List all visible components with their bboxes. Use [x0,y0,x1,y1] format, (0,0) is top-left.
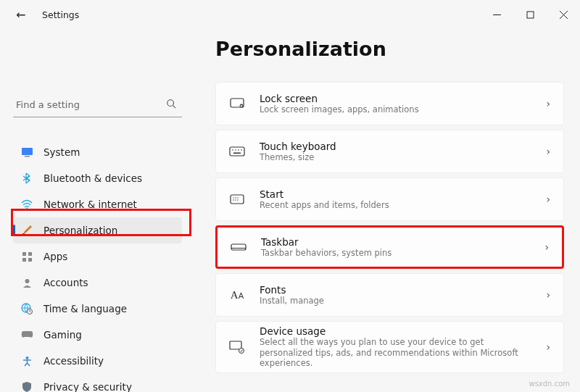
wifi-icon [20,198,33,211]
svg-rect-13 [28,258,32,262]
card-subtitle: Select all the ways you plan to use your… [260,337,535,370]
maximize-button[interactable] [513,0,547,29]
svg-rect-6 [22,148,33,155]
nav-label: Network & internet [44,199,137,210]
main-content: Personalization Lock screenLock screen i… [192,29,580,392]
card-touch-keyboard[interactable]: Touch keyboardThemes, size › [215,130,564,173]
card-title: Taskbar [261,236,392,248]
svg-rect-25 [233,153,241,154]
card-subtitle: Taskbar behaviors, system pins [261,248,392,259]
svg-point-8 [26,208,28,209]
nav-label: Apps [44,251,67,262]
svg-point-23 [238,149,239,151]
card-subtitle: Lock screen images, apps, animations [260,104,419,115]
apps-icon [20,250,33,263]
nav-label: Accessibility [44,355,104,367]
card-title: Fonts [260,284,324,296]
card-title: Start [260,188,389,200]
back-icon[interactable]: ← [16,8,29,22]
svg-line-5 [173,106,176,109]
search-input[interactable]: Find a setting [13,93,182,117]
svg-point-21 [232,149,233,151]
sidebar: Find a setting System Bluetooth & device… [0,29,192,392]
card-fonts[interactable]: AA FontsInstall, manage › [215,273,564,317]
card-device-usage[interactable]: Device usageSelect all the ways you plan… [215,321,564,373]
lock-screen-icon [229,98,245,109]
nav-label: Accounts [44,277,88,288]
card-title: Touch keyboard [260,141,336,152]
nav-gaming[interactable]: Gaming [13,322,182,348]
card-taskbar[interactable]: TaskbarTaskbar behaviors, system pins › [215,225,564,269]
svg-rect-1 [527,12,534,18]
device-usage-icon [229,341,245,354]
svg-rect-26 [231,195,244,204]
nav-accounts[interactable]: Accounts [13,270,182,296]
svg-rect-35 [230,341,241,349]
chevron-right-icon: › [544,241,549,253]
fonts-icon: AA [229,289,245,301]
svg-point-29 [237,197,238,198]
keyboard-icon [229,146,245,157]
svg-point-24 [241,149,242,151]
page-title: Personalization [215,38,564,60]
card-title: Device usage [260,325,535,337]
bluetooth-icon [20,172,33,185]
nav-label: Gaming [44,329,82,341]
taskbar-icon [231,242,246,252]
watermark: wsxdn.com [529,380,570,388]
nav-label: Personalization [44,225,117,236]
gamepad-icon [20,328,33,341]
nav-privacy[interactable]: Privacy & security [13,374,182,392]
nav-network[interactable]: Network & internet [13,191,182,217]
chevron-right-icon: › [546,146,550,157]
svg-rect-33 [231,244,246,250]
chevron-right-icon: › [546,193,550,205]
svg-rect-20 [230,147,244,156]
svg-point-31 [235,199,236,200]
nav-label: Bluetooth & devices [44,172,142,184]
svg-rect-18 [231,99,244,107]
nav-apps[interactable]: Apps [13,243,182,270]
person-icon [20,276,33,289]
svg-point-27 [233,197,233,198]
close-button[interactable] [547,0,580,29]
minimize-button[interactable] [480,0,513,29]
chevron-right-icon: › [546,289,550,301]
svg-point-14 [25,279,29,283]
monitor-icon [20,146,33,159]
nav-personalization[interactable]: Personalization [13,217,182,243]
search-icon [166,99,176,111]
svg-rect-10 [22,252,26,256]
card-title: Lock screen [260,93,419,104]
nav-system[interactable]: System [13,139,182,165]
svg-point-30 [233,199,233,200]
shield-icon [20,380,33,392]
svg-rect-11 [28,252,32,256]
nav-bluetooth[interactable]: Bluetooth & devices [13,165,182,191]
nav-label: System [44,146,80,158]
nav-list: System Bluetooth & devices Network & int… [13,139,182,392]
svg-point-28 [235,197,236,198]
card-subtitle: Recent apps and items, folders [260,200,389,211]
nav-label: Privacy & security [44,381,132,392]
svg-point-36 [239,349,244,354]
svg-rect-9 [22,233,25,235]
card-start[interactable]: StartRecent apps and items, folders › [215,178,564,221]
card-subtitle: Themes, size [260,152,336,163]
card-subtitle: Install, manage [260,296,324,306]
search-placeholder: Find a setting [16,99,80,110]
chevron-right-icon: › [546,341,550,353]
svg-point-4 [167,100,174,107]
window-title: Settings [42,9,79,20]
card-lock-screen[interactable]: Lock screenLock screen images, apps, ani… [215,82,564,125]
svg-rect-12 [22,258,26,262]
start-icon [229,194,245,204]
nav-accessibility[interactable]: Accessibility [13,348,182,374]
globe-clock-icon [20,302,33,315]
svg-point-17 [25,356,28,359]
nav-time[interactable]: Time & language [13,296,182,322]
window-controls [480,0,580,29]
svg-rect-7 [25,156,30,157]
svg-point-22 [235,149,236,151]
svg-point-32 [237,199,238,200]
